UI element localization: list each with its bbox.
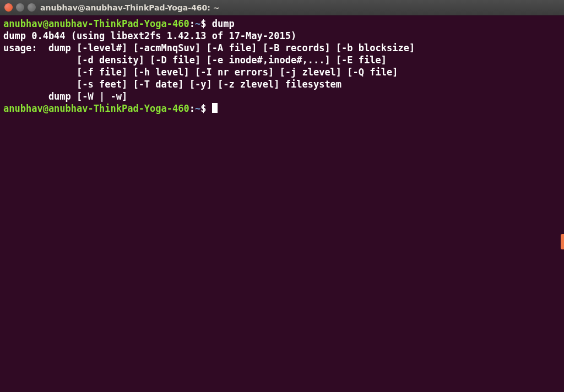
terminal-body[interactable]: anubhav@anubhav-ThinkPad-Yoga-460:~$ dum…	[0, 15, 564, 392]
window-title: anubhav@anubhav-ThinkPad-Yoga-460: ~	[40, 3, 220, 12]
prompt-userhost: anubhav@anubhav-ThinkPad-Yoga-460	[3, 18, 189, 29]
output-line: usage: dump [-level#] [-acmMnqSuv] [-A f…	[3, 42, 561, 54]
cursor	[212, 103, 218, 113]
window-controls	[4, 3, 36, 12]
prompt-userhost: anubhav@anubhav-ThinkPad-Yoga-460	[3, 103, 189, 114]
output-line: [-d density] [-D file] [-e inode#,inode#…	[3, 54, 561, 66]
output-line: [-s feet] [-T date] [-y] [-z zlevel] fil…	[3, 78, 561, 90]
titlebar: anubhav@anubhav-ThinkPad-Yoga-460: ~	[0, 0, 564, 15]
output-line: [-f file] [-h level] [-I nr errors] [-j …	[3, 66, 561, 78]
output-line: dump [-W | -w]	[3, 90, 561, 102]
prompt-sigil: $	[200, 18, 206, 29]
prompt-sep: :	[189, 103, 195, 114]
close-icon[interactable]	[4, 3, 13, 12]
prompt-path: ~	[195, 103, 200, 114]
prompt-sigil: $	[200, 103, 206, 114]
prompt-path: ~	[195, 18, 200, 29]
scrollbar-indicator[interactable]	[561, 234, 564, 249]
output-line: dump 0.4b44 (using libext2fs 1.42.13 of …	[3, 30, 561, 42]
prompt-sep: :	[189, 18, 195, 29]
maximize-icon[interactable]	[28, 3, 36, 12]
terminal-window: anubhav@anubhav-ThinkPad-Yoga-460: ~ anu…	[0, 0, 564, 392]
command-input: dump	[212, 18, 235, 29]
minimize-icon[interactable]	[16, 3, 24, 12]
